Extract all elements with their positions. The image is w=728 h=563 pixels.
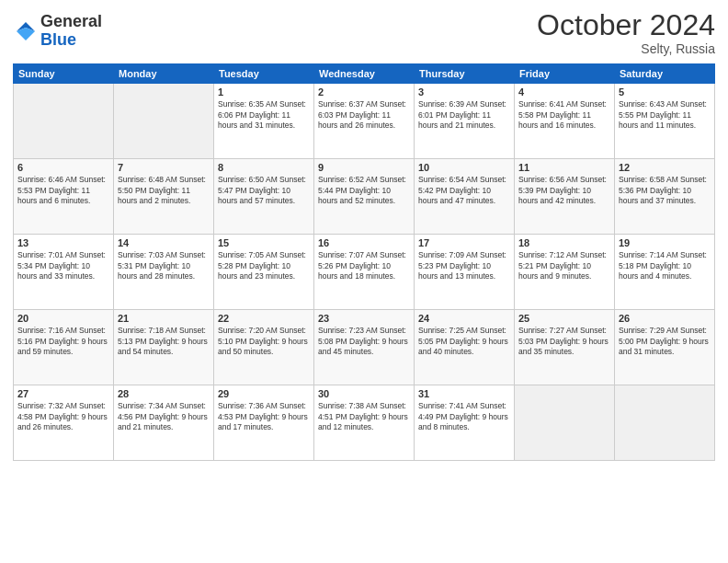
calendar-cell: 2Sunrise: 6:37 AM Sunset: 6:03 PM Daylig… — [314, 84, 415, 159]
calendar-cell: 20Sunrise: 7:16 AM Sunset: 5:16 PM Dayli… — [14, 310, 114, 385]
day-info: Sunrise: 7:41 AM Sunset: 4:49 PM Dayligh… — [418, 401, 510, 432]
col-thursday: Thursday — [415, 64, 515, 84]
day-info: Sunrise: 7:34 AM Sunset: 4:56 PM Dayligh… — [118, 401, 210, 432]
header: General Blue October 2024 Selty, Russia — [13, 9, 715, 56]
day-info: Sunrise: 7:09 AM Sunset: 5:23 PM Dayligh… — [418, 250, 510, 282]
location-subtitle: Selty, Russia — [537, 41, 715, 56]
day-number: 18 — [518, 237, 610, 248]
day-info: Sunrise: 6:54 AM Sunset: 5:42 PM Dayligh… — [418, 175, 510, 206]
day-info: Sunrise: 7:16 AM Sunset: 5:16 PM Dayligh… — [17, 326, 109, 357]
day-info: Sunrise: 6:41 AM Sunset: 5:58 PM Dayligh… — [518, 99, 610, 131]
day-info: Sunrise: 7:01 AM Sunset: 5:34 PM Dayligh… — [17, 250, 109, 282]
calendar-cell: 26Sunrise: 7:29 AM Sunset: 5:00 PM Dayli… — [615, 310, 715, 385]
day-number: 14 — [118, 237, 210, 248]
day-number: 22 — [218, 313, 310, 324]
day-info: Sunrise: 6:56 AM Sunset: 5:39 PM Dayligh… — [518, 175, 610, 206]
calendar-cell: 6Sunrise: 6:46 AM Sunset: 5:53 PM Daylig… — [14, 159, 114, 235]
day-number: 23 — [318, 313, 410, 324]
calendar-week-row: 6Sunrise: 6:46 AM Sunset: 5:53 PM Daylig… — [14, 159, 715, 235]
day-info: Sunrise: 7:32 AM Sunset: 4:58 PM Dayligh… — [17, 401, 109, 432]
calendar-table: Sunday Monday Tuesday Wednesday Thursday… — [13, 63, 715, 461]
logo-text-general: General — [40, 13, 102, 31]
day-number: 12 — [619, 162, 711, 173]
day-info: Sunrise: 7:03 AM Sunset: 5:31 PM Dayligh… — [118, 250, 210, 282]
day-info: Sunrise: 7:23 AM Sunset: 5:08 PM Dayligh… — [318, 326, 410, 357]
calendar-cell: 31Sunrise: 7:41 AM Sunset: 4:49 PM Dayli… — [415, 385, 515, 461]
day-number: 13 — [17, 237, 109, 248]
day-number: 28 — [118, 388, 210, 399]
day-info: Sunrise: 7:20 AM Sunset: 5:10 PM Dayligh… — [218, 326, 310, 357]
day-number: 1 — [218, 86, 310, 98]
day-number: 27 — [17, 388, 109, 399]
day-number: 31 — [418, 388, 510, 399]
logo-icon — [13, 18, 39, 44]
day-info: Sunrise: 7:38 AM Sunset: 4:51 PM Dayligh… — [318, 401, 410, 432]
col-sunday: Sunday — [14, 64, 114, 84]
calendar-cell: 3Sunrise: 6:39 AM Sunset: 6:01 PM Daylig… — [415, 84, 515, 159]
day-info: Sunrise: 6:52 AM Sunset: 5:44 PM Dayligh… — [318, 175, 410, 206]
col-saturday: Saturday — [615, 64, 715, 84]
calendar-cell: 27Sunrise: 7:32 AM Sunset: 4:58 PM Dayli… — [14, 385, 114, 461]
day-info: Sunrise: 7:29 AM Sunset: 5:00 PM Dayligh… — [619, 326, 711, 357]
calendar-cell: 9Sunrise: 6:52 AM Sunset: 5:44 PM Daylig… — [314, 159, 415, 235]
day-number: 26 — [619, 313, 711, 324]
calendar-week-row: 1Sunrise: 6:35 AM Sunset: 6:06 PM Daylig… — [14, 84, 715, 159]
calendar-cell: 18Sunrise: 7:12 AM Sunset: 5:21 PM Dayli… — [515, 235, 615, 310]
day-number: 3 — [418, 86, 510, 98]
day-info: Sunrise: 6:43 AM Sunset: 5:55 PM Dayligh… — [619, 99, 711, 131]
day-number: 5 — [619, 86, 711, 98]
calendar-cell: 12Sunrise: 6:58 AM Sunset: 5:36 PM Dayli… — [615, 159, 715, 235]
day-info: Sunrise: 7:14 AM Sunset: 5:18 PM Dayligh… — [619, 250, 711, 282]
calendar-cell: 24Sunrise: 7:25 AM Sunset: 5:05 PM Dayli… — [415, 310, 515, 385]
day-info: Sunrise: 7:18 AM Sunset: 5:13 PM Dayligh… — [118, 326, 210, 357]
day-number: 19 — [619, 237, 711, 248]
day-info: Sunrise: 7:25 AM Sunset: 5:05 PM Dayligh… — [418, 326, 510, 357]
calendar-week-row: 27Sunrise: 7:32 AM Sunset: 4:58 PM Dayli… — [14, 385, 715, 461]
day-info: Sunrise: 6:37 AM Sunset: 6:03 PM Dayligh… — [318, 99, 410, 131]
logo: General Blue — [13, 13, 102, 50]
calendar-header-row: Sunday Monday Tuesday Wednesday Thursday… — [14, 64, 715, 84]
calendar-cell: 22Sunrise: 7:20 AM Sunset: 5:10 PM Dayli… — [214, 310, 314, 385]
day-info: Sunrise: 6:46 AM Sunset: 5:53 PM Dayligh… — [17, 175, 109, 206]
day-number: 4 — [518, 86, 610, 98]
day-info: Sunrise: 6:35 AM Sunset: 6:06 PM Dayligh… — [218, 99, 310, 131]
calendar-cell — [14, 84, 114, 159]
day-info: Sunrise: 7:12 AM Sunset: 5:21 PM Dayligh… — [518, 250, 610, 282]
calendar-cell: 16Sunrise: 7:07 AM Sunset: 5:26 PM Dayli… — [314, 235, 415, 310]
calendar-cell: 28Sunrise: 7:34 AM Sunset: 4:56 PM Dayli… — [114, 385, 214, 461]
page: General Blue October 2024 Selty, Russia … — [0, 0, 728, 563]
calendar-cell: 21Sunrise: 7:18 AM Sunset: 5:13 PM Dayli… — [114, 310, 214, 385]
day-info: Sunrise: 7:05 AM Sunset: 5:28 PM Dayligh… — [218, 250, 310, 282]
day-info: Sunrise: 6:58 AM Sunset: 5:36 PM Dayligh… — [619, 175, 711, 206]
month-title: October 2024 — [537, 9, 715, 41]
calendar-cell: 30Sunrise: 7:38 AM Sunset: 4:51 PM Dayli… — [314, 385, 415, 461]
col-tuesday: Tuesday — [214, 64, 314, 84]
calendar-cell — [114, 84, 214, 159]
day-info: Sunrise: 7:27 AM Sunset: 5:03 PM Dayligh… — [518, 326, 610, 357]
day-number: 21 — [118, 313, 210, 324]
day-number: 30 — [318, 388, 410, 399]
calendar-cell: 10Sunrise: 6:54 AM Sunset: 5:42 PM Dayli… — [415, 159, 515, 235]
calendar-cell: 5Sunrise: 6:43 AM Sunset: 5:55 PM Daylig… — [615, 84, 715, 159]
calendar-week-row: 13Sunrise: 7:01 AM Sunset: 5:34 PM Dayli… — [14, 235, 715, 310]
day-number: 15 — [218, 237, 310, 248]
calendar-cell: 19Sunrise: 7:14 AM Sunset: 5:18 PM Dayli… — [615, 235, 715, 310]
calendar-cell: 11Sunrise: 6:56 AM Sunset: 5:39 PM Dayli… — [515, 159, 615, 235]
calendar-cell: 17Sunrise: 7:09 AM Sunset: 5:23 PM Dayli… — [415, 235, 515, 310]
col-wednesday: Wednesday — [314, 64, 415, 84]
day-number: 8 — [218, 162, 310, 173]
calendar-cell: 25Sunrise: 7:27 AM Sunset: 5:03 PM Dayli… — [515, 310, 615, 385]
calendar-cell: 29Sunrise: 7:36 AM Sunset: 4:53 PM Dayli… — [214, 385, 314, 461]
day-number: 16 — [318, 237, 410, 248]
col-monday: Monday — [114, 64, 214, 84]
day-number: 24 — [418, 313, 510, 324]
calendar-cell — [515, 385, 615, 461]
calendar-cell: 1Sunrise: 6:35 AM Sunset: 6:06 PM Daylig… — [214, 84, 314, 159]
day-number: 2 — [318, 86, 410, 98]
day-number: 7 — [118, 162, 210, 173]
calendar-week-row: 20Sunrise: 7:16 AM Sunset: 5:16 PM Dayli… — [14, 310, 715, 385]
calendar-cell: 7Sunrise: 6:48 AM Sunset: 5:50 PM Daylig… — [114, 159, 214, 235]
day-number: 11 — [518, 162, 610, 173]
day-number: 20 — [17, 313, 109, 324]
day-number: 17 — [418, 237, 510, 248]
